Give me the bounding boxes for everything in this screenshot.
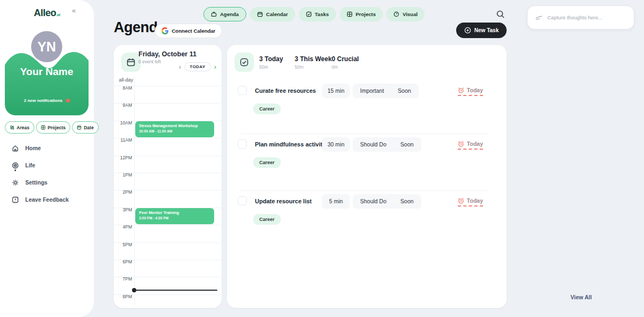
task-urgency: Soon (400, 194, 414, 209)
sidebar-item-settings[interactable]: Settings (12, 174, 69, 191)
calendar-icon (121, 53, 141, 72)
tab-visual[interactable]: Visual (386, 7, 425, 21)
hour-label: 12PM (114, 155, 132, 160)
tab-projects[interactable]: Projects (340, 7, 383, 21)
google-icon (162, 27, 169, 34)
filter-areas-button[interactable]: Areas (5, 121, 34, 134)
feedback-icon (12, 196, 19, 203)
hour-label: 2PM (114, 189, 132, 195)
task-urgency: Soon (398, 84, 411, 98)
hour-label: 6PM (114, 259, 132, 264)
task-urgency: Soon (400, 137, 414, 152)
avatar[interactable]: YN (31, 31, 62, 62)
task-due-label: Today (467, 197, 483, 204)
hour-label: 3PM (114, 207, 132, 212)
chevron-left-icon[interactable]: ‹ (179, 63, 181, 71)
task-row[interactable]: Plan mindfulness activity 30 min Should … (227, 134, 507, 191)
task-due[interactable]: Today (458, 141, 483, 150)
view-tabs: Agenda Calendar Tasks Projects Visual (203, 7, 425, 21)
tab-tasks[interactable]: Tasks (299, 7, 336, 21)
sidebar-item-leave-feedback[interactable]: Leave Feedback (12, 191, 69, 208)
task-checkbox[interactable] (238, 86, 247, 95)
task-tag[interactable]: Career (253, 214, 281, 225)
task-title: Curate free resources (255, 87, 316, 94)
collapse-sidebar-icon[interactable]: « (72, 6, 76, 14)
task-tag[interactable]: Career (253, 104, 281, 114)
chevron-right-icon[interactable]: › (214, 63, 216, 71)
connect-calendar-button[interactable]: Connect Calendar (155, 24, 222, 38)
user-name: Your Name (5, 66, 89, 78)
hour-label: 4PM (114, 224, 132, 230)
task-title: Plan mindfulness activity (255, 141, 326, 148)
task-row[interactable]: Update resource list 5 min Should Do Soo… (227, 191, 507, 248)
active-page-dot (14, 169, 16, 171)
hour-label: 11AM (114, 137, 132, 143)
task-due-label: Today (467, 141, 483, 147)
task-duration-pill[interactable]: 15 min (322, 84, 350, 98)
task-tag[interactable]: Career (253, 157, 281, 168)
areas-icon (10, 125, 14, 130)
life-icon (12, 162, 19, 169)
filter-date-button[interactable]: Date (72, 121, 98, 134)
notifications-label: 2 new notifications (24, 98, 62, 103)
calendar-date-title: Friday, October 11 (138, 50, 196, 58)
sidebar-item-home[interactable]: Home (12, 139, 69, 157)
search-icon[interactable] (496, 10, 507, 20)
alarm-icon (458, 87, 464, 93)
new-task-button[interactable]: New Task (456, 23, 507, 38)
alarm-icon (458, 141, 464, 147)
task-checkbox[interactable] (238, 139, 247, 149)
tab-calendar[interactable]: Calendar (250, 7, 295, 21)
calendar-event[interactable]: Peer Mentor Training 3:00 PM - 4:00 PM (135, 208, 214, 224)
task-priority: Should Do (360, 137, 386, 152)
visual-tab-icon (393, 11, 399, 17)
projects-tab-icon (347, 11, 353, 17)
date-icon (77, 125, 82, 130)
events-left-label: 0 event left (138, 59, 161, 64)
task-due[interactable]: Today (458, 197, 483, 207)
all-day-label: all-day (116, 77, 133, 83)
task-priority: Should Do (360, 194, 386, 209)
tasks-check-icon (235, 53, 254, 72)
stat-crucial: 0 Crucial 0m (332, 55, 359, 70)
task-checkbox[interactable] (238, 196, 247, 205)
tasks-panel: 3 Today 50m 3 This Week 50m 0 Crucial 0m… (227, 45, 507, 308)
task-due-label: Today (467, 87, 483, 93)
task-due[interactable]: Today (458, 87, 483, 96)
calendar-day-nav: ‹ TODAY › (179, 62, 216, 71)
hour-label: 1PM (114, 172, 132, 178)
projects-icon (41, 125, 46, 130)
task-flags-pill[interactable]: Should Do Soon (353, 194, 421, 209)
sidebar: Alleo.ai « YN Your Name 2 new notificati… (0, 0, 94, 317)
hour-label: 8PM (114, 294, 132, 299)
today-button[interactable]: TODAY (185, 62, 211, 71)
scribble-icon (535, 14, 543, 21)
alarm-icon (458, 197, 464, 204)
task-duration-pill[interactable]: 30 min (322, 137, 350, 152)
sidebar-filters: Areas Projects Date (5, 121, 99, 134)
stat-today: 3 Today 50m (259, 55, 283, 70)
notification-dot-icon (66, 99, 70, 102)
sidebar-nav: Home Life Settings Leave Feedback (12, 139, 69, 208)
view-all-link[interactable]: View All (570, 294, 592, 300)
task-flags-pill[interactable]: Should Do Soon (353, 137, 421, 152)
notifications-banner[interactable]: 2 new notifications (5, 98, 89, 103)
tab-agenda[interactable]: Agenda (203, 7, 246, 21)
task-title: Update resource list (255, 198, 312, 204)
capture-thoughts-input[interactable] (547, 14, 626, 20)
filter-projects-button[interactable]: Projects (36, 121, 71, 134)
sidebar-item-life[interactable]: Life (12, 157, 69, 174)
agenda-tab-icon (211, 11, 217, 17)
task-row[interactable]: Curate free resources 15 min Important S… (227, 80, 507, 134)
calendar-tab-icon (257, 11, 263, 17)
task-duration-pill[interactable]: 5 min (322, 194, 350, 209)
capture-thoughts-box[interactable] (527, 5, 634, 30)
plus-circle-icon (464, 27, 471, 34)
task-flags-pill[interactable]: Important Soon (353, 84, 419, 98)
task-list: Curate free resources 15 min Important S… (227, 80, 507, 248)
task-priority: Important (360, 84, 384, 98)
hour-label: 8AM (114, 85, 132, 91)
hour-label: 10AM (114, 120, 132, 126)
current-time-line (134, 290, 217, 291)
calendar-event[interactable]: Stress Management Workshop 10:00 AM - 11… (135, 121, 214, 137)
